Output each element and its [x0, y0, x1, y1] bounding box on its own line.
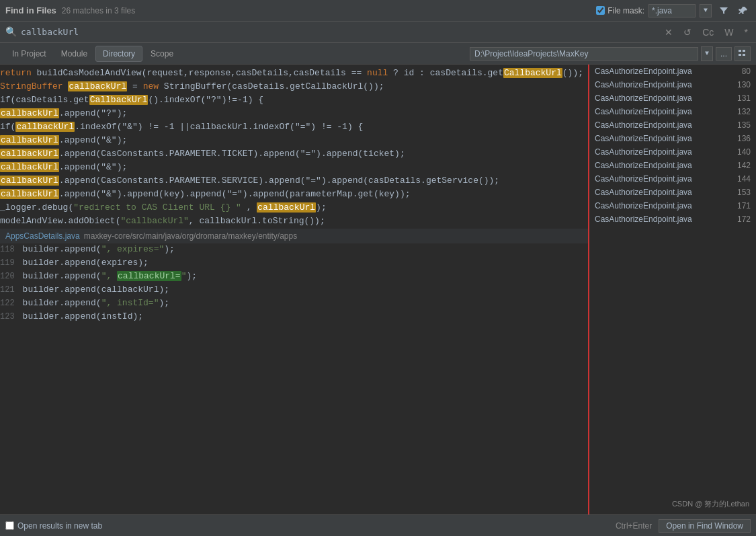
result-item-file: CasAuthorizeEndpoint.java	[595, 107, 692, 116]
search-actions: ✕ ↺ Cc W *	[662, 26, 751, 39]
tab-directory[interactable]: Directory	[95, 46, 142, 62]
code-line-119: 119 builder.append(expires);	[0, 257, 588, 270]
code-line: if(callbackUrl.indexOf("&") != -1 ||call…	[0, 121, 588, 135]
result-item[interactable]: CasAuthorizeEndpoint.java132	[589, 105, 756, 118]
lower-code-results: 118 builder.append(", expires="); 119 bu…	[0, 243, 588, 324]
file-mask-input[interactable]	[648, 4, 696, 17]
result-item[interactable]: CasAuthorizeEndpoint.java142	[589, 159, 756, 172]
result-item-line: 153	[737, 188, 751, 197]
code-line: modelAndView.addObiect("callbackUrl", ca…	[0, 215, 588, 229]
code-line: callbackUrl.append("&").append(key).appe…	[0, 188, 588, 202]
svg-rect-3	[743, 54, 745, 56]
result-item-line: 130	[737, 80, 751, 89]
refresh-search-btn[interactable]: ↺	[681, 26, 694, 39]
code-line: _logger.debug("redirect to CAS Client UR…	[0, 202, 588, 215]
code-line: if(casDetails.getCallbackUrl().indexOf("…	[0, 94, 588, 108]
upper-code-results: return buildCasModelAndView(request,resp…	[0, 67, 588, 229]
watermark: CSDN @ 努力的Lethan	[672, 499, 749, 509]
file-mask-label: File mask:	[607, 6, 644, 15]
result-item[interactable]: CasAuthorizeEndpoint.java131	[589, 91, 756, 105]
filter-icon	[718, 5, 729, 16]
whole-word-btn[interactable]: W	[722, 26, 736, 39]
result-filename: AppsCasDetails.java	[5, 231, 80, 241]
tab-in-project[interactable]: In Project	[5, 46, 53, 61]
result-item-file: CasAuthorizeEndpoint.java	[595, 161, 692, 170]
case-sensitive-btn[interactable]: Cc	[700, 26, 716, 39]
result-item-file: CasAuthorizeEndpoint.java	[595, 120, 692, 130]
result-item[interactable]: CasAuthorizeEndpoint.java171	[589, 199, 756, 213]
path-input-wrapper: ▼ ...	[470, 46, 751, 61]
filter-icon-btn[interactable]	[716, 4, 732, 17]
code-scroll[interactable]: return buildCasModelAndView(request,resp…	[0, 67, 588, 512]
results-right-panel: CasAuthorizeEndpoint.java80CasAuthorizeE…	[588, 65, 756, 514]
code-line-120: 120 builder.append(", callbackUrl=");	[0, 270, 588, 284]
result-item[interactable]: CasAuthorizeEndpoint.java130	[589, 78, 756, 91]
pin-icon	[739, 6, 748, 15]
path-dropdown-btn[interactable]: ▼	[701, 46, 713, 61]
code-line: callbackUrl.append("?");	[0, 108, 588, 121]
result-item[interactable]: CasAuthorizeEndpoint.java136	[589, 132, 756, 145]
code-line: callbackUrl.append(CasConstants.PARAMETE…	[0, 148, 588, 161]
result-item-line: 172	[737, 215, 751, 224]
code-line-123: 123 builder.append(instId);	[0, 311, 588, 324]
result-item[interactable]: CasAuthorizeEndpoint.java144	[589, 172, 756, 186]
open-new-tab-checkbox[interactable]	[5, 521, 14, 530]
result-item-line: 136	[737, 134, 751, 143]
tabs-bar: In Project Module Directory Scope ▼ ...	[0, 43, 756, 65]
file-mask-dropdown-btn[interactable]: ▼	[700, 4, 712, 17]
shortcut-text: Ctrl+Enter	[616, 521, 652, 531]
regex-btn[interactable]: *	[742, 26, 751, 39]
result-filepath: maxkey-core/src/main/java/org/dromara/ma…	[84, 231, 297, 241]
result-item-line: 132	[737, 107, 751, 116]
header-controls: File mask: ▼	[596, 4, 751, 17]
result-item[interactable]: CasAuthorizeEndpoint.java153	[589, 186, 756, 199]
result-item[interactable]: CasAuthorizeEndpoint.java80	[589, 65, 756, 78]
file-info-line: AppsCasDetails.java maxkey-core/src/main…	[0, 229, 588, 243]
result-item[interactable]: CasAuthorizeEndpoint.java172	[589, 213, 756, 226]
result-item-file: CasAuthorizeEndpoint.java	[595, 174, 692, 184]
tab-module[interactable]: Module	[54, 46, 94, 61]
clear-search-btn[interactable]: ✕	[662, 26, 675, 39]
bottom-bar: Open results in new tab Ctrl+Enter Open …	[0, 514, 756, 536]
result-item[interactable]: CasAuthorizeEndpoint.java140	[589, 145, 756, 159]
code-line: StringBuffer callbackUrl = new StringBuf…	[0, 81, 588, 94]
result-item-file: CasAuthorizeEndpoint.java	[595, 134, 692, 143]
result-item-file: CasAuthorizeEndpoint.java	[595, 201, 692, 210]
match-count: 26 matches in 3 files	[62, 6, 135, 15]
search-term-display: callbackUrl	[21, 27, 662, 37]
result-item-line: 131	[737, 93, 751, 103]
code-line-121: 121 builder.append(callbackUrl);	[0, 284, 588, 297]
code-line: callbackUrl.append(CasConstants.PARAMETE…	[0, 175, 588, 188]
result-item-file: CasAuthorizeEndpoint.java	[595, 93, 692, 103]
header-bar: Find in Files 26 matches in 3 files File…	[0, 0, 756, 22]
content-wrapper: return buildCasModelAndView(request,resp…	[0, 65, 756, 514]
path-tree-btn[interactable]	[734, 46, 751, 61]
svg-rect-0	[739, 50, 741, 52]
result-item[interactable]: CasAuthorizeEndpoint.java135	[589, 118, 756, 132]
pin-icon-btn[interactable]	[736, 5, 751, 17]
tab-scope[interactable]: Scope	[144, 46, 180, 61]
result-item-line: 135	[737, 120, 751, 130]
result-item-line: 171	[737, 201, 751, 210]
find-in-files-title: Find in Files	[5, 5, 56, 15]
right-panel-inner[interactable]: CasAuthorizeEndpoint.java80CasAuthorizeE…	[589, 65, 756, 514]
file-mask-checkbox-wrapper[interactable]: File mask:	[596, 6, 644, 15]
code-line: callbackUrl.append("&");	[0, 135, 588, 148]
result-item-line: 140	[737, 147, 751, 157]
file-mask-checkbox[interactable]	[596, 6, 605, 15]
open-in-find-window-btn[interactable]: Open in Find Window	[659, 519, 751, 533]
result-item-file: CasAuthorizeEndpoint.java	[595, 188, 692, 197]
code-line: return buildCasModelAndView(request,resp…	[0, 67, 588, 81]
open-new-tab-label[interactable]: Open results in new tab	[5, 521, 102, 531]
search-icon: 🔍	[5, 26, 17, 38]
path-more-btn[interactable]: ...	[716, 47, 732, 61]
tree-view-icon	[738, 49, 747, 59]
directory-path-input[interactable]	[470, 47, 698, 61]
search-bar: 🔍 callbackUrl ✕ ↺ Cc W *	[0, 22, 756, 43]
code-line: callbackUrl.append("&");	[0, 161, 588, 175]
result-item-line: 144	[737, 174, 751, 184]
result-item-file: CasAuthorizeEndpoint.java	[595, 147, 692, 157]
result-item-file: CasAuthorizeEndpoint.java	[595, 80, 692, 89]
result-item-line: 80	[742, 67, 751, 76]
code-area: return buildCasModelAndView(request,resp…	[0, 65, 588, 514]
